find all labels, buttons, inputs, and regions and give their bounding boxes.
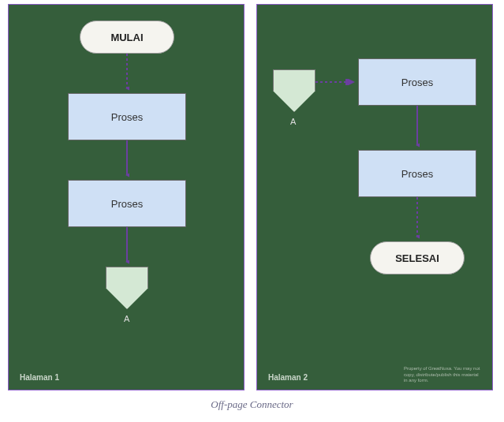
connector-label-a-2: A (290, 117, 296, 126)
arrow-p1-to-p2 (125, 140, 129, 180)
arrow-start-to-p1 (125, 54, 129, 93)
process-4: Proses (358, 150, 476, 197)
process-1: Proses (68, 93, 186, 140)
arrow-p4-to-end (415, 197, 420, 241)
page-label-1: Halaman 1 (20, 373, 59, 382)
offpage-connector-in (273, 69, 315, 112)
connector-label-a: A (124, 314, 129, 323)
page-label-2: Halaman 2 (268, 373, 308, 382)
arrow-p2-to-connector (125, 227, 129, 267)
start-terminator: MULAI (80, 21, 174, 54)
figure-caption: Off-page Connector (0, 398, 504, 411)
arrow-p3-to-p4 (415, 106, 420, 150)
process-2: Proses (68, 180, 186, 227)
offpage-connector-out (106, 267, 148, 309)
flowchart-page-1: MULAI Proses Proses A Halaman 1 (8, 4, 245, 390)
footnote: Property of GreatNusa. You may not copy,… (404, 366, 483, 383)
process-3: Proses (358, 58, 476, 106)
arrow-connector-to-p3 (315, 79, 358, 85)
end-terminator: SELESAI (370, 241, 465, 274)
flowchart-page-2: A Proses Proses SELESAI Halaman 2 Proper… (256, 4, 493, 390)
